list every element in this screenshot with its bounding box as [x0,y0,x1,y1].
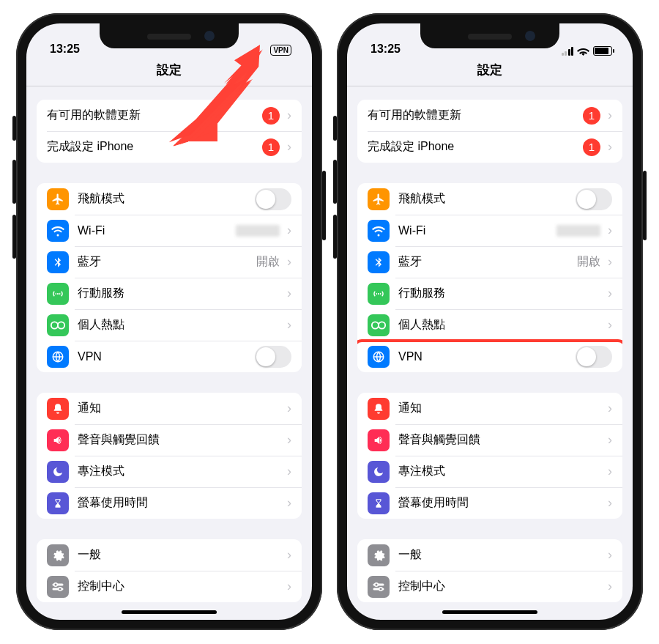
bluetooth-icon [368,251,390,273]
label: VPN [78,350,255,363]
row-notifications[interactable]: 通知 › [357,393,622,424]
label: 行動服務 [398,286,603,301]
label: 螢幕使用時間 [398,495,603,511]
screen: 13:25 設定 有可用的軟體更新 1 › 完成設定 iPhone [347,23,633,620]
label: 行動服務 [78,286,283,301]
row-airplane[interactable]: 飛航模式 [37,183,302,215]
chevron-right-icon: › [608,495,612,511]
label: 專注模式 [78,464,283,479]
vpn-toggle[interactable] [255,346,291,368]
row-general[interactable]: 一般 › [357,539,622,571]
group-updates: 有可用的軟體更新 1 › 完成設定 iPhone 1 › [37,100,302,163]
vpn-indicator: VPN [270,45,291,56]
row-screentime[interactable]: 螢幕使用時間 › [37,487,302,519]
row-software-update[interactable]: 有可用的軟體更新 1 › [357,100,622,131]
row-sounds[interactable]: 聲音與觸覺回饋 › [37,424,302,456]
group-network: 飛航模式 Wi-Fi › 藍牙 開啟 › [37,183,302,372]
group-updates: 有可用的軟體更新 1 › 完成設定 iPhone 1 › [357,100,622,163]
chevron-right-icon: › [608,401,612,416]
gear-icon [47,544,69,566]
row-wifi[interactable]: Wi-Fi › [357,215,622,246]
row-cellular[interactable]: 行動服務 › [37,278,302,309]
row-cellular[interactable]: 行動服務 › [357,278,622,309]
label: 一般 [398,547,603,563]
cellular-icon [47,283,69,305]
svg-point-10 [59,587,62,591]
chevron-right-icon: › [287,254,291,270]
group-notify: 通知 › 聲音與觸覺回饋 › 專注模式 › [357,393,622,519]
row-hotspot[interactable]: 個人熱點 › [357,309,622,341]
vpn-toggle[interactable] [576,346,612,368]
chevron-right-icon: › [608,432,612,448]
home-indicator[interactable] [122,610,217,614]
label: 聲音與觸覺回饋 [398,432,603,448]
label: 完成設定 iPhone [368,139,583,155]
row-control-center[interactable]: 控制中心 › [37,571,302,602]
airplane-icon [368,188,390,210]
row-notifications[interactable]: 通知 › [37,393,302,424]
row-focus[interactable]: 專注模式 › [37,456,302,487]
label: 專注模式 [398,464,603,479]
chevron-right-icon: › [287,495,291,511]
hotspot-icon [368,314,390,336]
speaker-icon [368,429,390,451]
chevron-right-icon: › [287,139,291,155]
row-sounds[interactable]: 聲音與觸覺回饋 › [357,424,622,456]
sliders-icon [47,576,69,598]
row-bluetooth[interactable]: 藍牙 開啟 › [37,246,302,278]
chevron-right-icon: › [287,547,291,563]
phone-right: 13:25 設定 有可用的軟體更新 1 › 完成設定 iPhone [337,13,643,630]
row-software-update[interactable]: 有可用的軟體更新 1 › [37,100,302,131]
status-time: 13:25 [371,42,401,56]
row-control-center[interactable]: 控制中心 › [357,571,622,602]
svg-point-16 [375,582,379,586]
row-bluetooth[interactable]: 藍牙 開啟 › [357,246,622,278]
label: 完成設定 iPhone [47,139,262,155]
moon-icon [368,461,390,483]
label: 個人熱點 [398,317,603,333]
bluetooth-status: 開啟 [256,254,280,270]
row-general[interactable]: 一般 › [37,539,302,571]
row-vpn[interactable]: VPN [37,341,302,372]
page-title: 設定 [26,57,312,86]
row-focus[interactable]: 專注模式 › [357,456,622,487]
group-general: 一般 › 控制中心 › [37,539,302,602]
label: 通知 [398,401,603,416]
chevron-right-icon: › [608,254,612,270]
bluetooth-status: 開啟 [577,254,600,270]
row-wifi[interactable]: Wi-Fi › [37,215,302,246]
hotspot-icon [47,314,69,336]
battery-icon [593,46,612,56]
hourglass-icon [368,492,390,514]
label: 個人熱點 [78,317,283,333]
status-time: 13:25 [50,42,80,56]
home-indicator[interactable] [442,610,537,614]
airplane-toggle[interactable] [576,188,612,210]
label: 有可用的軟體更新 [368,108,583,123]
label: Wi-Fi [398,224,556,237]
chevron-right-icon: › [608,108,612,123]
label: VPN [398,350,576,363]
chevron-right-icon: › [608,464,612,479]
svg-point-11 [372,322,379,328]
row-vpn[interactable]: VPN [357,341,622,372]
label: 藍牙 [78,254,256,270]
svg-point-5 [58,322,64,328]
svg-point-4 [51,322,58,328]
svg-point-17 [379,587,383,591]
wifi-icon [47,220,69,242]
sliders-icon [368,576,390,598]
row-airplane[interactable]: 飛航模式 [357,183,622,215]
page-title: 設定 [347,57,633,86]
airplane-toggle[interactable] [255,188,291,210]
badge: 1 [583,138,600,156]
row-screentime[interactable]: 螢幕使用時間 › [357,487,622,519]
row-finish-setup[interactable]: 完成設定 iPhone 1 › [357,131,622,163]
label: 控制中心 [398,579,603,594]
moon-icon [47,461,69,483]
label: 有可用的軟體更新 [47,108,262,123]
row-hotspot[interactable]: 個人熱點 › [37,309,302,341]
chevron-right-icon: › [608,317,612,333]
label: 飛航模式 [398,191,576,207]
row-finish-setup[interactable]: 完成設定 iPhone 1 › [37,131,302,163]
